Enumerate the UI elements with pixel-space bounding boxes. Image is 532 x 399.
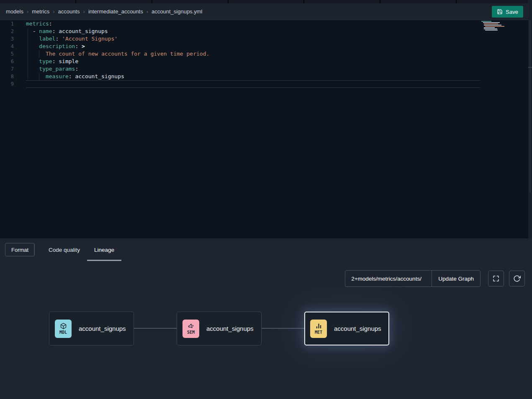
indent-guide [39,73,39,80]
node-type-tile: MET [310,320,327,338]
bottom-panel: Format Code quality Lineage Update Graph [0,238,532,399]
code-text: type_params: [26,65,78,73]
line-number: 8 [0,73,14,80]
breadcrumb-item[interactable]: models [6,8,23,15]
bar-chart-icon [315,322,322,330]
code-text: label: 'Account Signups' [26,35,118,43]
breadcrumb-bar: models›metrics›accounts›intermediate_acc… [0,3,528,20]
node-type-tile: MDL [55,320,72,338]
line-number: 4 [0,43,14,50]
indent-guide [39,50,39,58]
code-line: 3 label: 'Account Signups' [0,35,528,43]
indent-guide [28,28,28,79]
code-editor[interactable]: 1metrics:2 - name: account_signups3 labe… [0,20,528,238]
editor-scrollbar[interactable] [528,0,532,238]
breadcrumb-separator: › [143,8,152,15]
code-text: metrics: [26,20,52,28]
top-tab-strip [0,0,532,3]
breadcrumb-item[interactable]: account_signups.yml [152,8,202,15]
line-number: 6 [0,58,14,65]
line-number: 5 [0,50,14,58]
active-line-highlight [26,80,480,88]
lineage-node-met[interactable]: METaccount_signups [304,312,389,345]
top-tab[interactable] [76,0,152,3]
breadcrumb: models›metrics›accounts›intermediate_acc… [6,8,202,15]
top-tab[interactable] [457,0,532,3]
breadcrumb-separator: › [23,8,32,15]
minimap[interactable] [481,21,507,31]
code-text: - name: account_signups [26,28,108,35]
top-tab[interactable] [304,0,380,3]
breadcrumb-separator: › [80,8,88,15]
scrollbar-thumb-mark[interactable] [528,67,532,68]
node-type-tile: SEM [182,320,199,338]
code-text: measure: account_signups [26,73,124,80]
save-label: Save [506,9,518,15]
megaphone-icon [188,322,195,330]
scrollbar-track-line [530,20,530,192]
lineage-node-mdl[interactable]: MDLaccount_signups [49,312,134,345]
code-line: 4 description: > [0,43,528,50]
lineage-node-sem[interactable]: SEMaccount_signups [177,312,262,345]
code-lines: 1metrics:2 - name: account_signups3 labe… [0,20,528,88]
top-tab[interactable] [380,0,456,3]
line-number: 2 [0,28,14,35]
node-type-label: SEM [187,330,195,335]
breadcrumb-item[interactable]: metrics [32,8,49,15]
breadcrumb-item[interactable]: accounts [58,8,80,15]
lineage-edge [134,328,177,329]
code-line: 6 type: simple [0,58,528,65]
top-tab[interactable] [0,0,75,3]
node-label: account_signups [79,325,126,332]
line-number: 3 [0,35,14,43]
node-type-label: MDL [59,330,67,335]
code-text: type: simple [26,58,78,65]
lineage-edge [262,328,304,329]
code-text: The count of new accounts for a given ti… [26,50,209,58]
line-number: 9 [0,80,14,88]
code-line: 7 type_params: [0,65,528,73]
lineage-graph: MDLaccount_signupsSEMaccount_signupsMETa… [0,238,532,399]
code-line: 1metrics: [0,20,528,28]
code-line: 5 The count of new accounts for a given … [0,50,528,58]
top-tab[interactable] [229,0,304,3]
save-button[interactable]: Save [492,6,523,18]
line-number: 7 [0,65,14,73]
floppy-icon [497,9,503,15]
code-text: description: > [26,43,85,50]
node-label: account_signups [334,325,381,332]
code-line: 8 measure: account_signups [0,73,528,80]
node-type-label: MET [315,330,322,335]
code-line: 2 - name: account_signups [0,28,528,35]
breadcrumb-item[interactable]: intermediate_accounts [88,8,143,15]
node-label: account_signups [206,325,254,332]
top-tab[interactable] [152,0,228,3]
breadcrumb-separator: › [49,8,58,15]
cube-icon [60,322,67,330]
line-number: 1 [0,20,14,28]
